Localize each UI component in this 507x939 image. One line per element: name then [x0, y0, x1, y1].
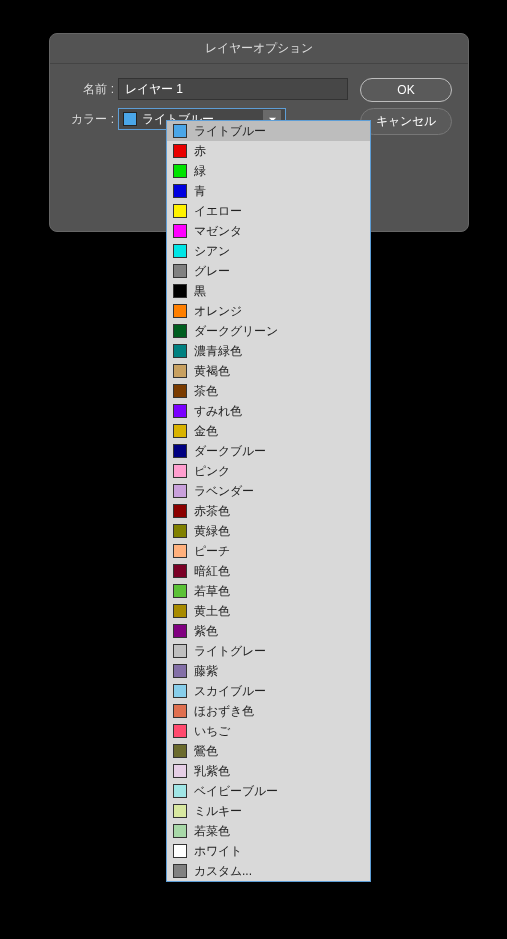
color-option[interactable]: オレンジ: [167, 301, 370, 321]
color-option[interactable]: ライトブルー: [167, 121, 370, 141]
color-swatch: [173, 604, 187, 618]
color-option[interactable]: グレー: [167, 261, 370, 281]
color-option[interactable]: ホワイト: [167, 841, 370, 861]
color-option-label: ミルキー: [194, 803, 242, 820]
color-option[interactable]: 紫色: [167, 621, 370, 641]
color-option[interactable]: 若菜色: [167, 821, 370, 841]
color-option[interactable]: 赤: [167, 141, 370, 161]
color-swatch: [173, 864, 187, 878]
color-swatch: [173, 744, 187, 758]
color-option[interactable]: 黄褐色: [167, 361, 370, 381]
color-option-label: ほおずき色: [194, 703, 254, 720]
color-option-label: 金色: [194, 423, 218, 440]
selected-swatch: [123, 112, 137, 126]
color-swatch: [173, 424, 187, 438]
color-option[interactable]: いちご: [167, 721, 370, 741]
color-option[interactable]: ピーチ: [167, 541, 370, 561]
color-swatch: [173, 144, 187, 158]
color-option-label: ダークブルー: [194, 443, 266, 460]
color-option-label: ライトブルー: [194, 123, 266, 140]
color-swatch: [173, 324, 187, 338]
name-label: 名前 :: [66, 81, 114, 98]
button-column: OK キャンセル: [360, 78, 452, 215]
color-swatch: [173, 504, 187, 518]
color-option-label: 暗紅色: [194, 563, 230, 580]
color-option-label: イエロー: [194, 203, 242, 220]
color-option[interactable]: 藤紫: [167, 661, 370, 681]
color-option-label: ラベンダー: [194, 483, 254, 500]
color-swatch: [173, 484, 187, 498]
color-option[interactable]: ほおずき色: [167, 701, 370, 721]
color-option-label: 藤紫: [194, 663, 218, 680]
color-swatch: [173, 304, 187, 318]
color-swatch: [173, 204, 187, 218]
color-option[interactable]: 乳紫色: [167, 761, 370, 781]
color-swatch: [173, 564, 187, 578]
color-option-label: すみれ色: [194, 403, 242, 420]
color-option-label: 鶯色: [194, 743, 218, 760]
color-swatch: [173, 704, 187, 718]
color-option[interactable]: ラベンダー: [167, 481, 370, 501]
color-swatch: [173, 364, 187, 378]
color-swatch: [173, 164, 187, 178]
color-swatch: [173, 224, 187, 238]
color-option-label: 緑: [194, 163, 206, 180]
color-swatch: [173, 384, 187, 398]
color-option[interactable]: ダークブルー: [167, 441, 370, 461]
ok-button[interactable]: OK: [360, 78, 452, 102]
color-option[interactable]: 茶色: [167, 381, 370, 401]
color-swatch: [173, 804, 187, 818]
color-option-label: ライトグレー: [194, 643, 266, 660]
color-option-label: 若草色: [194, 583, 230, 600]
color-swatch: [173, 644, 187, 658]
color-option[interactable]: すみれ色: [167, 401, 370, 421]
color-option-label: 赤茶色: [194, 503, 230, 520]
color-option-label: ダークグリーン: [194, 323, 278, 340]
color-swatch: [173, 524, 187, 538]
color-option[interactable]: 若草色: [167, 581, 370, 601]
color-swatch: [173, 584, 187, 598]
color-option[interactable]: カスタム...: [167, 861, 370, 881]
color-option[interactable]: 金色: [167, 421, 370, 441]
color-option-label: シアン: [194, 243, 230, 260]
layer-name-input[interactable]: [118, 78, 348, 100]
color-option-label: ベイビーブルー: [194, 783, 278, 800]
color-option-label: 茶色: [194, 383, 218, 400]
color-option[interactable]: マゼンタ: [167, 221, 370, 241]
color-option[interactable]: ピンク: [167, 461, 370, 481]
color-option[interactable]: 黒: [167, 281, 370, 301]
color-swatch: [173, 124, 187, 138]
color-option[interactable]: 鶯色: [167, 741, 370, 761]
color-option-label: グレー: [194, 263, 230, 280]
color-swatch: [173, 284, 187, 298]
color-swatch: [173, 684, 187, 698]
color-option[interactable]: 暗紅色: [167, 561, 370, 581]
color-option[interactable]: シアン: [167, 241, 370, 261]
color-option-label: 紫色: [194, 623, 218, 640]
color-option[interactable]: 濃青緑色: [167, 341, 370, 361]
color-option[interactable]: ミルキー: [167, 801, 370, 821]
color-option-label: 若菜色: [194, 823, 230, 840]
color-option[interactable]: 黄土色: [167, 601, 370, 621]
color-option[interactable]: ライトグレー: [167, 641, 370, 661]
color-swatch: [173, 184, 187, 198]
cancel-button[interactable]: キャンセル: [360, 108, 452, 135]
color-option[interactable]: 赤茶色: [167, 501, 370, 521]
color-option[interactable]: 緑: [167, 161, 370, 181]
color-dropdown[interactable]: ライトブルー赤緑青イエローマゼンタシアングレー黒オレンジダークグリーン濃青緑色黄…: [166, 120, 371, 882]
color-option[interactable]: 青: [167, 181, 370, 201]
color-swatch: [173, 664, 187, 678]
dialog-title: レイヤーオプション: [50, 34, 468, 64]
color-option-label: 黄褐色: [194, 363, 230, 380]
color-option[interactable]: イエロー: [167, 201, 370, 221]
color-option[interactable]: 黄緑色: [167, 521, 370, 541]
color-option[interactable]: ベイビーブルー: [167, 781, 370, 801]
color-option-label: スカイブルー: [194, 683, 266, 700]
name-row: 名前 :: [66, 78, 348, 100]
color-swatch: [173, 784, 187, 798]
color-option-label: ピンク: [194, 463, 230, 480]
color-option-label: 乳紫色: [194, 763, 230, 780]
color-option-label: ホワイト: [194, 843, 242, 860]
color-option[interactable]: ダークグリーン: [167, 321, 370, 341]
color-option[interactable]: スカイブルー: [167, 681, 370, 701]
